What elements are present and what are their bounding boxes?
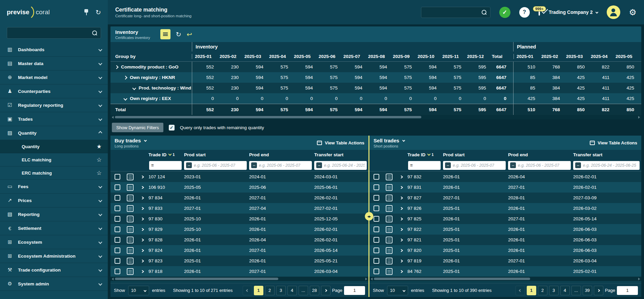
sidebar-item[interactable]: ▧ Reporting — [0, 207, 108, 221]
page-button[interactable]: 1 — [527, 286, 536, 295]
row-checkbox[interactable] — [374, 195, 379, 201]
page-button[interactable]: 2 — [538, 286, 547, 295]
sidebar-item[interactable]: ▣ Trades — [0, 112, 108, 126]
row-details-icon[interactable] — [127, 247, 134, 254]
row-expand-icon[interactable] — [140, 218, 144, 220]
inventory-month-header[interactable]: 2025-03 — [242, 54, 266, 59]
resize-handle-icon[interactable]: ◂▸ — [365, 212, 373, 221]
prod-start-filter-input[interactable]: –e.g. 2025-06 - 2025-07 — [184, 161, 247, 170]
inventory-month-header[interactable]: 2025-05 — [291, 54, 316, 59]
row-details-icon[interactable] — [386, 195, 393, 201]
group-expand-icon[interactable] — [115, 65, 118, 69]
transfer-start-filter-input[interactable]: –e.g. 2025-06-24 - 2025-06-25 — [314, 161, 367, 170]
settings-gear-icon[interactable]: ⚙ — [629, 8, 637, 17]
chevron-down-icon[interactable] — [402, 139, 405, 142]
row-details-icon[interactable] — [386, 184, 393, 191]
search-icon[interactable] — [482, 10, 487, 15]
table-row[interactable]: 97 819 2026-01 2027-01 2026-03-04 — [369, 256, 641, 266]
table-row[interactable]: 97 830 2025-10 2026-01 2025-12-05 — [110, 214, 368, 224]
favorite-star-icon[interactable]: ☆ — [97, 170, 102, 177]
table-row[interactable]: 97 821 2025-01 2026-01 2026-06-03 — [369, 235, 641, 245]
page-button[interactable]: 39 — [583, 286, 592, 295]
sidebar-subitem[interactable]: ELC matching ☆ — [0, 153, 108, 166]
row-details-icon[interactable] — [386, 237, 393, 243]
transfer-start-filter-input[interactable]: –e.g. 2025-06-24 - 2025-06-25 — [573, 161, 640, 170]
row-expand-icon[interactable] — [140, 260, 144, 262]
group-expand-icon[interactable] — [123, 97, 127, 100]
table-row[interactable]: 97 827 2027-01 2028-01 2027-03-09 — [369, 193, 641, 203]
trade-id-filter-input[interactable]: = — [408, 161, 441, 170]
table-row[interactable]: 97 828 2026-01 2026-04 2026-02-01 — [110, 235, 368, 245]
sidebar-item[interactable]: ⊞ Ecosystem Administration — [0, 249, 108, 263]
page-button[interactable]: 1 — [254, 286, 263, 295]
table-row[interactable]: 97 818 2026-01 2027-01 2026-03-04 — [110, 266, 368, 277]
view-table-actions-button[interactable]: View Table Actions — [590, 140, 637, 145]
table-row[interactable]: 107 124 2023-01 2024-01 2024-03-01 — [110, 172, 368, 182]
row-expand-icon[interactable] — [399, 270, 403, 273]
page-number-input[interactable] — [617, 286, 638, 295]
column-trade-id[interactable]: Trade ID 1 — [148, 152, 183, 157]
inventory-month-header[interactable]: 2025-04 — [266, 54, 291, 59]
inventory-month-header[interactable]: 2025-07 — [341, 54, 365, 59]
sidebar-search-input[interactable] — [11, 31, 92, 36]
inventory-month-header[interactable]: 2025-12 — [464, 54, 489, 59]
row-checkbox[interactable] — [115, 268, 120, 274]
inventory-month-header[interactable]: 2025-09 — [390, 54, 415, 59]
column-prod-start[interactable]: Prod start — [442, 152, 507, 157]
row-details-icon[interactable] — [386, 258, 393, 264]
row-checkbox[interactable] — [115, 216, 120, 222]
inventory-month-header[interactable]: 2025-02 — [217, 54, 242, 59]
row-checkbox[interactable] — [374, 174, 379, 180]
table-row[interactable]: 106 910 2025-05 2025-06 2025-06-01 — [110, 182, 368, 193]
scrollbar-thumb[interactable] — [374, 278, 530, 280]
row-checkbox[interactable] — [374, 226, 379, 232]
notifications-button[interactable]: 999+ — [539, 10, 540, 15]
row-details-icon[interactable] — [127, 195, 134, 201]
table-row[interactable]: 97 822 2025-01 2026-01 2026-06-03 — [369, 224, 641, 235]
buy-horizontal-scrollbar[interactable] — [110, 277, 368, 281]
prod-end-filter-input[interactable]: –e.g. 2025-06 - 2025-07 — [249, 161, 312, 170]
next-page-button[interactable] — [321, 286, 330, 295]
scrollbar-thumb[interactable] — [115, 116, 421, 118]
row-details-icon[interactable] — [127, 237, 134, 243]
row-details-icon[interactable] — [127, 184, 134, 191]
row-checkbox[interactable] — [374, 237, 379, 243]
status-check-icon[interactable]: ✓ — [499, 7, 510, 18]
column-transfer-start[interactable]: Transfer start — [314, 152, 368, 157]
row-expand-icon[interactable] — [399, 207, 403, 210]
column-prod-end[interactable]: Prod end — [507, 152, 572, 157]
table-row[interactable]: 97 832 2026-01 2026-04 2026-02-01 — [369, 172, 641, 182]
view-table-actions-button[interactable]: View Table Actions — [317, 140, 364, 145]
prev-page-button[interactable] — [516, 286, 525, 295]
scroll-left-icon[interactable] — [112, 116, 114, 119]
sidebar-subitem[interactable]: Quantity ★ — [0, 140, 108, 153]
page-button[interactable]: 4 — [560, 286, 570, 295]
row-checkbox[interactable] — [115, 205, 120, 211]
row-expand-icon[interactable] — [399, 176, 403, 178]
scroll-left-icon[interactable] — [112, 278, 114, 280]
row-checkbox[interactable] — [115, 247, 120, 253]
row-expand-icon[interactable] — [399, 260, 403, 262]
table-row[interactable]: 97 831 2026-01 2027-01 2026-02-01 — [369, 182, 641, 193]
global-search-input[interactable] — [425, 10, 482, 15]
sidebar-item[interactable]: ⊕ Market model — [0, 71, 108, 84]
sidebar-item[interactable]: ↗ Prices — [0, 194, 108, 207]
sidebar-item[interactable]: ▤ Master data — [0, 57, 108, 71]
row-checkbox[interactable] — [115, 258, 120, 264]
prod-end-filter-input[interactable]: –e.g. 2025-06 - 2025-07 — [508, 161, 571, 170]
page-number-input[interactable] — [344, 286, 365, 295]
row-expand-icon[interactable] — [140, 270, 144, 273]
inventory-month-header[interactable]: 2025-01 — [192, 54, 217, 59]
scrollbar-thumb[interactable] — [115, 278, 278, 280]
remaining-quantity-checkbox[interactable]: ✓ — [169, 125, 175, 131]
table-row[interactable]: 97 825 2026-01 2027-01 2026-05-14 — [369, 214, 641, 224]
sidebar-item[interactable]: ▭ Fees — [0, 180, 108, 194]
inventory-menu-button[interactable] — [160, 29, 170, 39]
total-column-header[interactable]: Total — [489, 54, 509, 59]
row-details-icon[interactable] — [386, 174, 393, 180]
planned-month-header[interactable]: 2025-01 — [514, 54, 539, 59]
group-expand-icon[interactable] — [123, 76, 127, 79]
table-row[interactable]: 97 834 2026-01 2027-01 2026-02-01 — [110, 193, 368, 203]
row-expand-icon[interactable] — [140, 207, 144, 210]
column-prod-start[interactable]: Prod start — [183, 152, 248, 157]
